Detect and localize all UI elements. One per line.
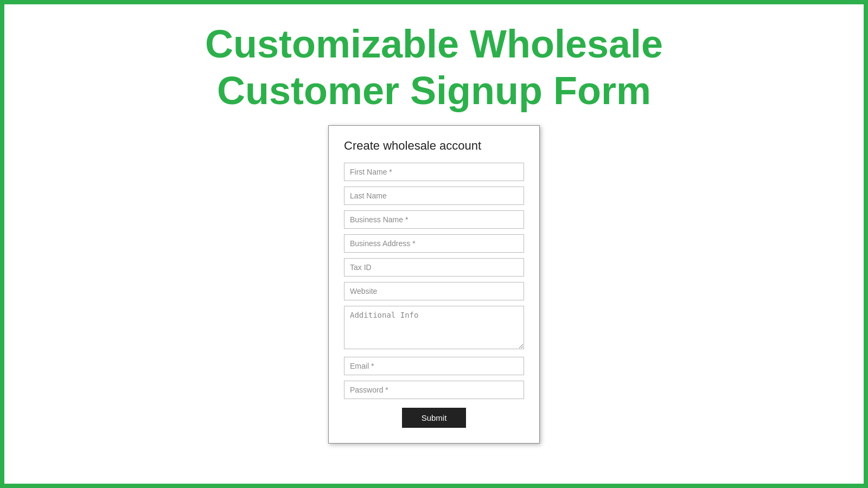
email-group xyxy=(344,357,524,375)
website-group xyxy=(344,282,524,300)
additional-info-group xyxy=(344,306,524,351)
first-name-group xyxy=(344,163,524,181)
tax-id-input[interactable] xyxy=(344,258,524,277)
first-name-input[interactable] xyxy=(344,163,524,181)
password-group xyxy=(344,381,524,399)
password-input[interactable] xyxy=(344,381,524,399)
form-card: Create wholesale account Submit xyxy=(328,125,540,444)
business-name-input[interactable] xyxy=(344,210,524,229)
submit-button[interactable]: Submit xyxy=(402,408,467,428)
last-name-group xyxy=(344,187,524,205)
business-address-group xyxy=(344,234,524,253)
last-name-input[interactable] xyxy=(344,187,524,205)
tax-id-group xyxy=(344,258,524,277)
additional-info-input[interactable] xyxy=(344,306,524,349)
form-heading: Create wholesale account xyxy=(344,139,524,153)
website-input[interactable] xyxy=(344,282,524,300)
email-input[interactable] xyxy=(344,357,524,375)
business-address-input[interactable] xyxy=(344,234,524,253)
page-title: Customizable Wholesale Customer Signup F… xyxy=(205,21,663,114)
business-name-group xyxy=(344,210,524,229)
